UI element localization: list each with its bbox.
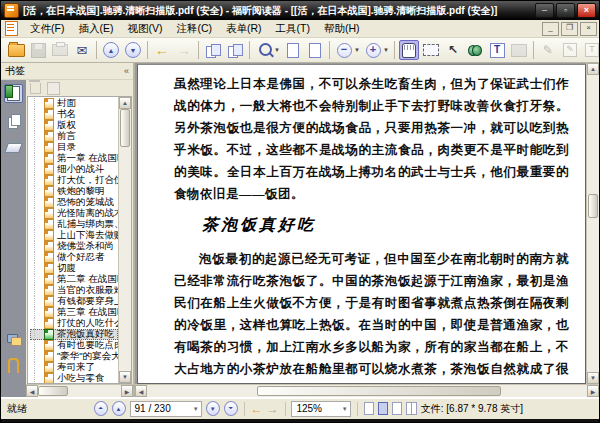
maximize-button[interactable]: ▫ (556, 3, 575, 18)
minimize-button[interactable]: – (535, 3, 554, 18)
tab-attachments[interactable] (4, 356, 23, 375)
menu-item[interactable]: 视图(V) (120, 21, 169, 37)
next-view-icon[interactable]: ▼ (123, 40, 143, 60)
mdi-restore-button[interactable]: ❐ (561, 22, 578, 36)
page-thumbs-icon[interactable] (203, 40, 223, 60)
bookmark-item[interactable]: 打仗的人吃什么 (30, 318, 118, 329)
zoom-out-icon[interactable]: −▼ (334, 40, 354, 60)
bookmark-item[interactable]: 上山下海去做贼 (30, 230, 118, 241)
bookmark-item[interactable]: 铁炮的黎明 (30, 186, 118, 197)
page-thumbs-glyph (206, 44, 220, 56)
tab-bookmarks[interactable] (4, 84, 23, 103)
bookmark-label: 目录 (57, 142, 76, 153)
menu-item[interactable]: 帮助(H) (317, 21, 367, 37)
bookmark-item[interactable]: "豪华"的宴会大餐 (30, 351, 118, 362)
hand-tool-icon[interactable] (399, 40, 419, 60)
bookmark-item[interactable]: 烧佛堂杀和尚 (30, 241, 118, 252)
menu-item[interactable]: 文件(F) (23, 21, 71, 37)
document-vertical-scrollbar[interactable]: ▲ ▼ (586, 63, 599, 384)
previous-page-button[interactable]: ▲ (112, 401, 126, 416)
open-icon[interactable] (6, 40, 26, 60)
scroll-right-icon[interactable]: ▶ (121, 385, 133, 397)
text-select-icon[interactable]: T (487, 40, 507, 60)
zoom-in-icon[interactable]: +▼ (363, 40, 383, 60)
delete-bookmark-icon[interactable] (30, 83, 41, 94)
fit-width-icon[interactable] (305, 40, 325, 60)
bookmark-item[interactable]: 第一章 在战国时代 (30, 153, 118, 164)
go-back-icon[interactable]: ← (152, 40, 172, 60)
bookmark-item[interactable]: 有时也要吃点肉 (30, 340, 118, 351)
bookmarks-vertical-scrollbar[interactable]: ▲ ▼ (118, 97, 131, 383)
marquee-zoom-icon[interactable] (421, 40, 441, 60)
bookmark-item[interactable]: 恐怖的笼城战 (30, 197, 118, 208)
bookmark-item[interactable]: 小吃与零食 (30, 373, 118, 383)
bookmark-item[interactable]: 切腹 (30, 263, 118, 274)
scroll-down-icon[interactable]: ▼ (119, 371, 131, 383)
bookmark-item[interactable]: 书名 (30, 109, 118, 120)
document-horizontal-scrollbar[interactable]: ◀ ▶ (135, 384, 599, 397)
bookmark-item[interactable]: 做个好忍者 (30, 252, 118, 263)
bookmark-item[interactable]: 细小的战斗 (30, 164, 118, 175)
bookmark-options-icon[interactable] (47, 82, 60, 95)
scroll-left-icon[interactable]: ◀ (135, 385, 147, 397)
zoom-tool-icon[interactable]: ▼ (254, 40, 274, 60)
tab-comments[interactable] (4, 329, 23, 348)
menu-item[interactable]: 表单(R) (219, 21, 269, 37)
zoom-level-input[interactable]: 125% ▼ (291, 401, 350, 417)
continuous-layout-button[interactable] (378, 402, 388, 415)
menu-item[interactable]: 注释(C) (169, 21, 219, 37)
bookmark-item[interactable]: 前言 (30, 131, 118, 142)
bookmark-item[interactable]: 第二章 在战国时代 (30, 274, 118, 285)
scroll-right-icon[interactable]: ▶ (587, 385, 599, 397)
tab-layers[interactable] (4, 138, 23, 157)
menu-item[interactable]: 工具(T) (269, 21, 317, 37)
bookmark-item[interactable]: 打大仗，打合仗 (30, 175, 118, 186)
email-icon[interactable]: ✉ (72, 40, 92, 60)
previous-view-button[interactable]: ← (251, 402, 263, 416)
bookmark-item[interactable]: 光怪陆离的战术 (30, 208, 118, 219)
find-icon[interactable] (465, 40, 485, 60)
last-page-button[interactable]: ⏷ (224, 401, 238, 416)
collapse-panel-icon[interactable]: « (124, 66, 129, 76)
pdf-page[interactable]: 虽然理论上日本是佛国，不可以杀生吃畜生肉，但为了保证武士们作战的体力，一般大将也… (137, 64, 586, 384)
next-view-button[interactable]: → (267, 402, 279, 416)
navigation-sidebar: 书签 « (1, 63, 135, 397)
bookmark-item[interactable]: 茶泡饭真好吃 (30, 329, 118, 340)
bookmark-item[interactable]: 乱捕与绑肉票、落人 (30, 219, 118, 230)
toolbar-separator (329, 41, 330, 59)
bookmark-page-icon (44, 241, 54, 252)
mdi-close-button[interactable]: × (580, 22, 597, 36)
page-number-input[interactable]: 91 / 230 ▼ (130, 401, 202, 417)
bookmark-page-icon (44, 109, 54, 120)
single-page-layout-button[interactable] (364, 402, 374, 415)
continuous-facing-layout-button[interactable] (406, 402, 416, 415)
bookmark-item[interactable]: 当官的衣服最难穿 (30, 285, 118, 296)
close-button[interactable]: × (577, 3, 596, 18)
bookmark-item[interactable]: 有钱都要穿身上 (30, 296, 118, 307)
bookmarks-horizontal-scrollbar[interactable]: ◀ ▶ (26, 384, 133, 397)
mdi-minimize-button[interactable]: _ (542, 22, 559, 36)
bookmark-item[interactable]: 第三章 在战国时代 (30, 307, 118, 318)
tab-pages[interactable] (4, 111, 23, 130)
scroll-down-icon[interactable]: ▼ (587, 372, 599, 384)
next-page-button[interactable]: ▼ (206, 401, 220, 416)
chevron-down-icon[interactable]: ▼ (354, 47, 360, 53)
bookmark-item[interactable]: 目录 (30, 142, 118, 153)
scroll-up-icon[interactable]: ▲ (119, 97, 131, 109)
select-tool-icon[interactable]: ↖ (443, 40, 463, 60)
fit-page-icon[interactable] (283, 40, 303, 60)
marquee-zoom-glyph (423, 44, 439, 56)
first-page-button[interactable]: ⏶ (94, 401, 108, 416)
chevron-down-icon[interactable]: ▼ (274, 47, 280, 53)
bookmark-item[interactable]: 版权 (30, 120, 118, 131)
prev-view-icon[interactable]: ▲ (101, 40, 121, 60)
page-organize-icon[interactable] (225, 40, 245, 60)
scroll-left-icon[interactable]: ◀ (26, 385, 38, 397)
scroll-up-icon[interactable]: ▲ (587, 63, 599, 75)
menu-item[interactable]: 插入(E) (71, 21, 120, 37)
facing-layout-button[interactable] (392, 402, 402, 415)
bookmark-item[interactable]: 寿司来了 (30, 362, 118, 373)
title-bar: [活，在日本战国].驰骋.清晰扫描版.pdf (安全) - 福昕阅读器 - [[… (1, 1, 599, 20)
chevron-down-icon[interactable]: ▼ (383, 47, 389, 53)
bookmark-item[interactable]: 封面 (30, 98, 118, 109)
